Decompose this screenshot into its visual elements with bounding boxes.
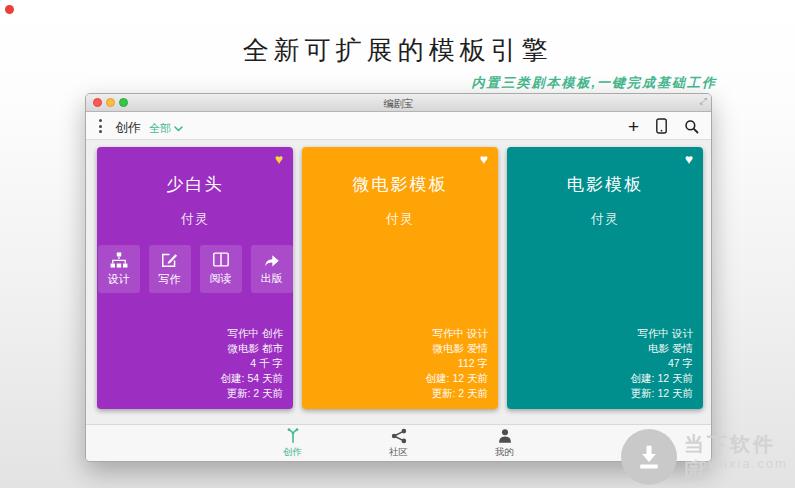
book-columns-icon xyxy=(213,252,229,267)
card-author: 付灵 xyxy=(97,210,293,228)
record-dot xyxy=(5,5,14,14)
design-label: 设计 xyxy=(108,272,130,287)
stat-updated: 更新: 2 天前 xyxy=(426,386,488,401)
tab-create-label: 创作 xyxy=(283,446,302,459)
kebab-menu-icon[interactable] xyxy=(99,119,102,133)
tab-create[interactable]: 创作 xyxy=(273,427,313,459)
project-card-movie-template[interactable]: ♥ 电影模板 付灵 写作中 设计 电影 爱情 47 字 创建: 12 天前 更新… xyxy=(507,147,703,409)
write-button[interactable]: 写作 xyxy=(149,245,191,293)
project-card-shaobaitou[interactable]: ♥ 少白头 付灵 设计 写作 阅读 出版 xyxy=(97,147,293,409)
search-icon[interactable] xyxy=(684,119,699,134)
filter-dropdown[interactable]: 全部 xyxy=(149,121,183,136)
card-author: 付灵 xyxy=(302,210,498,228)
tab-mine-label: 我的 xyxy=(495,446,514,459)
stat-created: 创建: 12 天前 xyxy=(426,371,488,386)
favorite-heart-icon[interactable]: ♥ xyxy=(275,152,283,166)
window-titlebar: 编剧宝 ⤢ xyxy=(86,94,711,112)
stat-genre: 微电影 爱情 xyxy=(426,341,488,356)
stat-status: 写作中 设计 xyxy=(631,326,693,341)
favorite-heart-icon[interactable]: ♥ xyxy=(685,152,693,166)
sprout-branch-icon xyxy=(285,427,301,444)
design-button[interactable]: 设计 xyxy=(98,245,140,293)
tab-mine[interactable]: 我的 xyxy=(485,428,525,459)
card-title: 微电影模板 xyxy=(302,173,498,196)
app-window: 编剧宝 ⤢ 创作 全部 + ♥ 少白头 付灵 xyxy=(85,93,712,462)
card-stats: 写作中 创作 微电影 都市 4 千 字 创建: 54 天前 更新: 2 天前 xyxy=(221,326,283,401)
write-label: 写作 xyxy=(159,272,181,287)
mobile-device-icon[interactable] xyxy=(656,118,667,134)
card-grid: ♥ 少白头 付灵 设计 写作 阅读 出版 xyxy=(86,140,711,426)
filter-label: 全部 xyxy=(149,121,171,136)
person-icon xyxy=(497,428,513,444)
stat-wordcount: 112 字 xyxy=(426,356,488,371)
hero-subtitle: 内置三类剧本模板,一键完成基础工作 xyxy=(471,74,717,92)
stat-created: 创建: 12 天前 xyxy=(631,371,693,386)
add-button[interactable]: + xyxy=(628,117,639,136)
tab-community-label: 社区 xyxy=(389,446,408,459)
card-title: 少白头 xyxy=(97,173,293,196)
card-stats: 写作中 设计 电影 爱情 47 字 创建: 12 天前 更新: 12 天前 xyxy=(631,326,693,401)
share-nodes-icon xyxy=(391,428,407,444)
stat-genre: 电影 爱情 xyxy=(631,341,693,356)
stat-wordcount: 47 字 xyxy=(631,356,693,371)
read-label: 阅读 xyxy=(210,271,232,286)
resize-icon[interactable]: ⤢ xyxy=(700,96,707,107)
bottom-tab-bar: 创作 社区 我的 xyxy=(86,424,711,461)
stat-genre: 微电影 都市 xyxy=(221,341,283,356)
window-title: 编剧宝 xyxy=(86,97,711,111)
hero-title: 全新可扩展的模板引擎 xyxy=(0,33,795,68)
section-title: 创作 xyxy=(115,119,141,137)
tab-community[interactable]: 社区 xyxy=(379,428,419,459)
stat-updated: 更新: 2 天前 xyxy=(221,386,283,401)
project-card-micro-movie-template[interactable]: ♥ 微电影模板 付灵 写作中 设计 微电影 爱情 112 字 创建: 12 天前… xyxy=(302,147,498,409)
read-button[interactable]: 阅读 xyxy=(200,245,242,293)
card-actions: 设计 写作 阅读 出版 xyxy=(97,245,293,293)
edit-pencil-icon xyxy=(161,252,178,268)
toolbar: 创作 全部 + xyxy=(86,112,711,140)
stat-updated: 更新: 12 天前 xyxy=(631,386,693,401)
stat-status: 写作中 设计 xyxy=(426,326,488,341)
sitemap-icon xyxy=(110,252,128,268)
publish-button[interactable]: 出版 xyxy=(251,245,293,293)
card-stats: 写作中 设计 微电影 爱情 112 字 创建: 12 天前 更新: 2 天前 xyxy=(426,326,488,401)
stat-wordcount: 4 千 字 xyxy=(221,356,283,371)
card-title: 电影模板 xyxy=(507,173,703,196)
stat-created: 创建: 54 天前 xyxy=(221,371,283,386)
stat-status: 写作中 创作 xyxy=(221,326,283,341)
chevron-down-icon xyxy=(174,126,183,132)
publish-label: 出版 xyxy=(261,271,283,286)
favorite-heart-icon[interactable]: ♥ xyxy=(480,152,488,166)
share-arrow-icon xyxy=(263,253,280,267)
card-author: 付灵 xyxy=(507,210,703,228)
